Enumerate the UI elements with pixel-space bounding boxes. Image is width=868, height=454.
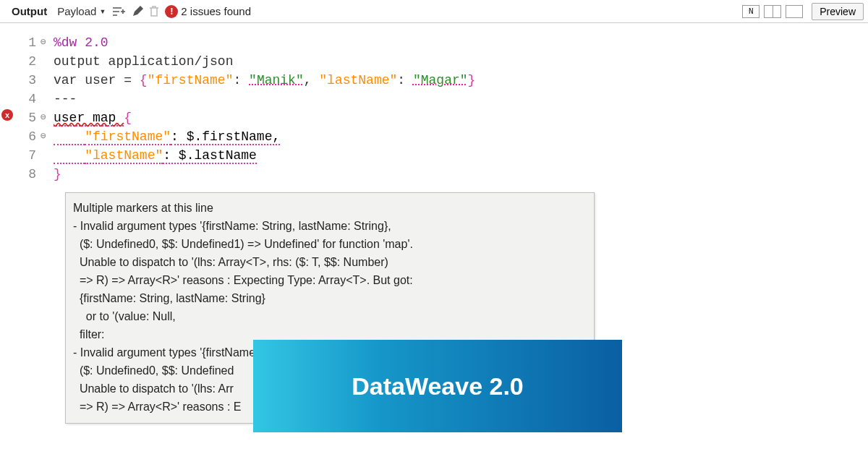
code-text: } — [49, 165, 61, 184]
fold-toggle[interactable]: ⊖ — [38, 33, 49, 52]
line-number: 7 — [13, 146, 38, 165]
code-line[interactable]: 7 "lastName": $.lastName — [13, 146, 475, 165]
add-filter-icon[interactable] — [110, 5, 129, 18]
fold-toggle[interactable]: ⊖ — [38, 108, 49, 127]
trash-icon[interactable] — [146, 4, 162, 19]
tooltip-line: or to '(value: Null, — [73, 307, 587, 325]
code-text: "lastName": $.lastName — [49, 146, 257, 165]
code-line[interactable]: 1⊖%dw 2.0 — [13, 33, 475, 52]
edit-icon[interactable] — [129, 4, 146, 19]
code-line[interactable]: 8} — [13, 165, 475, 184]
dataweave-banner: DataWeave 2.0 — [253, 340, 622, 432]
code-editor[interactable]: x 1⊖%dw 2.02output application/json3var … — [0, 23, 868, 184]
code-line[interactable]: 2output application/json — [13, 52, 475, 71]
tooltip-line: Unable to dispatch to '(lhs: Array<T>, r… — [73, 253, 587, 271]
code-text: --- — [49, 90, 77, 108]
toolbar: Output Payload ▼ ! 2 issues found N Prev… — [0, 0, 868, 23]
code-text: %dw 2.0 — [49, 33, 109, 52]
payload-dropdown-label: Payload — [57, 5, 96, 17]
line-number: 6 — [13, 127, 38, 146]
tooltip-line: - Invalid argument types '{firstName: St… — [73, 217, 587, 235]
issues-indicator[interactable]: ! 2 issues found — [165, 5, 251, 18]
code-text: "firstName": $.firstName, — [49, 127, 280, 146]
chevron-down-icon: ▼ — [99, 8, 106, 15]
line-number: 3 — [13, 71, 38, 90]
code-text: output application/json — [49, 52, 233, 71]
line-number: 2 — [13, 52, 38, 71]
fold-toggle[interactable]: ⊖ — [38, 127, 49, 146]
view-mode-n-icon[interactable]: N — [742, 5, 760, 18]
line-number: 4 — [13, 90, 38, 108]
fold-toggle — [38, 71, 49, 90]
code-text: user map { — [49, 108, 132, 127]
code-line[interactable]: 6⊖ "firstName": $.firstName, — [13, 127, 475, 146]
tab-output[interactable]: Output — [6, 2, 53, 20]
view-mode-full-icon[interactable] — [786, 5, 803, 18]
tooltip-line: {firstName: String, lastName: String} — [73, 289, 587, 307]
code-text: var user = {"firstName": "Manik", "lastN… — [49, 71, 475, 90]
fold-toggle — [38, 52, 49, 71]
line-number: 5 — [13, 108, 38, 127]
fold-toggle — [38, 146, 49, 165]
tooltip-line: ($: Undefined0, $$: Undefined1) => Undef… — [73, 235, 587, 253]
line-number: 8 — [13, 165, 38, 184]
fold-toggle — [38, 90, 49, 108]
tooltip-header: Multiple markers at this line — [73, 199, 587, 217]
issues-count-text: 2 issues found — [181, 5, 251, 17]
line-number: 1 — [13, 33, 38, 52]
gutter-error-marker[interactable]: x — [1, 109, 13, 121]
view-mode-split-icon[interactable] — [764, 5, 781, 18]
code-line[interactable]: 4--- — [13, 90, 475, 108]
payload-dropdown[interactable]: Payload ▼ — [53, 2, 110, 20]
error-icon: ! — [165, 5, 178, 18]
preview-button[interactable]: Preview — [812, 3, 864, 20]
code-line[interactable]: 3var user = {"firstName": "Manik", "last… — [13, 71, 475, 90]
code-line[interactable]: 5⊖user map { — [13, 108, 475, 127]
fold-toggle — [38, 165, 49, 184]
tooltip-line: => R) => Array<R>' reasons : Expecting T… — [73, 271, 587, 289]
